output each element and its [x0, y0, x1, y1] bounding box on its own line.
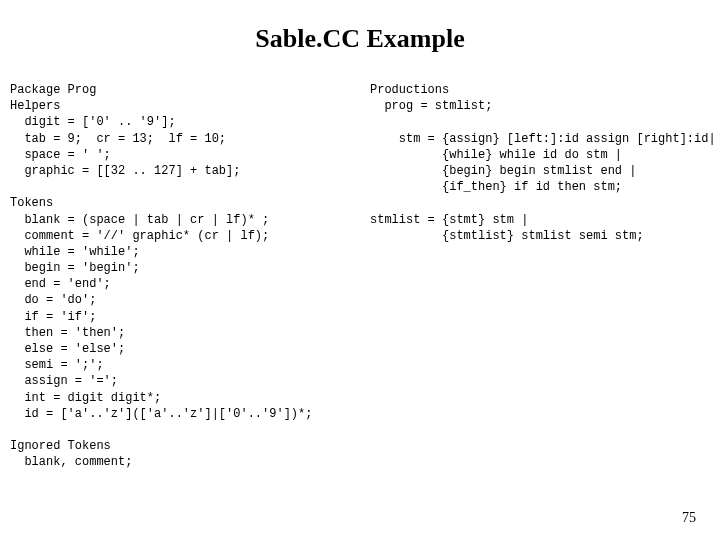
code-line: Ignored Tokens: [10, 439, 111, 453]
code-line: tab = 9; cr = 13; lf = 10;: [10, 132, 226, 146]
code-line: assign = '=';: [10, 374, 118, 388]
code-line: {stmtlist} stmlist semi stm;: [370, 229, 644, 243]
code-line: id = ['a'..'z'](['a'..'z']|['0'..'9'])*;: [10, 407, 312, 421]
code-line: digit = ['0' .. '9'];: [10, 115, 176, 129]
code-line: Helpers: [10, 99, 60, 113]
code-line: if = 'if';: [10, 310, 96, 324]
code-line: space = ' ';: [10, 148, 111, 162]
code-line: prog = stmlist;: [370, 99, 492, 113]
code-line: Productions: [370, 83, 449, 97]
slide-title: Sable.CC Example: [0, 0, 720, 82]
left-column: Package Prog Helpers digit = ['0' .. '9'…: [10, 82, 370, 471]
code-line: int = digit digit*;: [10, 391, 161, 405]
code-line: blank, comment;: [10, 455, 132, 469]
right-column: Productions prog = stmlist; stm = {assig…: [370, 82, 716, 471]
code-line: begin = 'begin';: [10, 261, 140, 275]
code-line: do = 'do';: [10, 293, 96, 307]
code-line: {while} while id do stm |: [370, 148, 622, 162]
code-line: semi = ';';: [10, 358, 104, 372]
code-line: blank = (space | tab | cr | lf)* ;: [10, 213, 269, 227]
code-line: while = 'while';: [10, 245, 140, 259]
code-line: Tokens: [10, 196, 53, 210]
code-line: {if_then} if id then stm;: [370, 180, 622, 194]
code-line: else = 'else';: [10, 342, 125, 356]
code-line: stm = {assign} [left:]:id assign [right]…: [370, 132, 716, 146]
code-line: stmlist = {stmt} stm |: [370, 213, 528, 227]
code-line: end = 'end';: [10, 277, 111, 291]
page-number: 75: [682, 510, 696, 526]
code-line: graphic = [[32 .. 127] + tab];: [10, 164, 240, 178]
code-line: Package Prog: [10, 83, 96, 97]
code-line: {begin} begin stmlist end |: [370, 164, 636, 178]
code-content: Package Prog Helpers digit = ['0' .. '9'…: [0, 82, 720, 471]
code-line: comment = '//' graphic* (cr | lf);: [10, 229, 269, 243]
code-line: then = 'then';: [10, 326, 125, 340]
